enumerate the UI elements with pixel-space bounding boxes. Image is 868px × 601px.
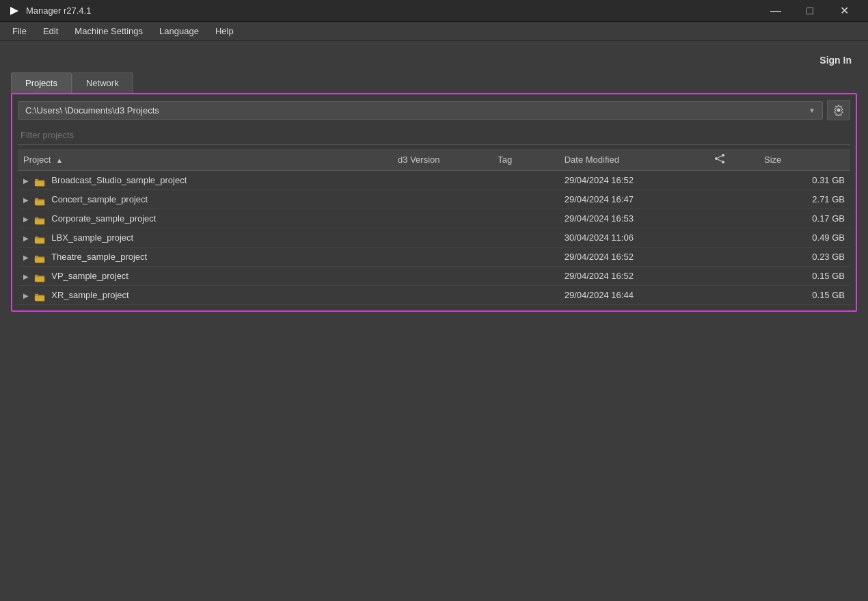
table-row[interactable]: ▶ VP_sample_project 29/04/2024 16:52 0.1… — [18, 267, 850, 286]
menu-language[interactable]: Language — [152, 23, 206, 39]
cell-size: 0.15 GB — [759, 286, 850, 305]
cell-share — [709, 286, 759, 305]
cell-date-modified: 29/04/2024 16:47 — [559, 190, 709, 209]
dropdown-arrow-icon: ▼ — [809, 107, 815, 114]
menu-help[interactable]: Help — [208, 23, 241, 39]
sign-in-button[interactable]: Sign In — [819, 55, 852, 66]
project-table: Project ▲ d3 Version Tag Date Modified S… — [18, 149, 850, 305]
table-row[interactable]: ▶ Theatre_sample_project 29/04/2024 16:5… — [18, 248, 850, 267]
cell-tag — [492, 267, 558, 286]
cell-d3version — [392, 267, 492, 286]
menu-file[interactable]: File — [5, 23, 33, 39]
tab-projects[interactable]: Projects — [11, 72, 72, 93]
cell-share — [709, 190, 759, 209]
title-bar-left: Manager r27.4.1 — [8, 5, 91, 17]
col-header-date-modified: Date Modified — [559, 149, 709, 171]
cell-tag — [492, 171, 558, 190]
cell-project-name: ▶ LBX_sample_project — [18, 228, 392, 248]
app-title: Manager r27.4.1 — [26, 5, 91, 16]
project-name: LBX_sample_project — [51, 232, 133, 243]
cell-d3version — [392, 286, 492, 305]
cell-d3version — [392, 228, 492, 248]
cell-size: 0.15 GB — [759, 267, 850, 286]
svg-point-1 — [837, 109, 841, 112]
project-table-body: ▶ Broadcast_Studio_sample_project 29/04/… — [18, 171, 850, 305]
cell-share — [709, 267, 759, 286]
project-name: Concert_sample_project — [51, 194, 148, 204]
maximize-button[interactable]: □ — [794, 0, 826, 22]
table-row[interactable]: ▶ Concert_sample_project 29/04/2024 16:4… — [18, 190, 850, 209]
project-name: VP_sample_project — [51, 271, 128, 281]
expand-icon[interactable]: ▶ — [23, 215, 29, 223]
table-row[interactable]: ▶ LBX_sample_project 30/04/2024 11:06 0.… — [18, 228, 850, 248]
col-header-size: Size — [759, 149, 850, 171]
expand-icon[interactable]: ▶ — [23, 235, 29, 242]
folder-icon — [34, 292, 45, 300]
expand-icon[interactable]: ▶ — [23, 273, 29, 280]
expand-icon[interactable]: ▶ — [23, 254, 29, 261]
sign-in-area: Sign In — [0, 41, 868, 72]
cell-size: 0.17 GB — [759, 209, 850, 228]
cell-tag — [492, 228, 558, 248]
folder-icon — [34, 177, 45, 185]
menu-machine-settings[interactable]: Machine Settings — [68, 23, 150, 39]
cell-share — [709, 248, 759, 267]
expand-icon[interactable]: ▶ — [23, 196, 29, 204]
title-bar-controls: — □ ✕ — [760, 0, 860, 22]
path-text: C:\Users\ \Documents\d3 Projects — [25, 105, 159, 116]
tab-network[interactable]: Network — [72, 72, 133, 93]
filter-input[interactable] — [18, 126, 850, 145]
col-header-project[interactable]: Project ▲ — [18, 149, 392, 171]
sort-arrow-icon: ▲ — [56, 157, 63, 164]
svg-point-2 — [722, 154, 724, 157]
table-row[interactable]: ▶ Corporate_sample_project 29/04/2024 16… — [18, 209, 850, 228]
col-header-d3version: d3 Version — [392, 149, 492, 171]
cell-d3version — [392, 209, 492, 228]
expand-icon[interactable]: ▶ — [23, 177, 29, 185]
settings-button[interactable] — [827, 100, 850, 120]
cell-project-name: ▶ Concert_sample_project — [18, 190, 392, 209]
cell-date-modified: 29/04/2024 16:53 — [559, 209, 709, 228]
project-name: Broadcast_Studio_sample_project — [51, 175, 187, 185]
table-row[interactable]: ▶ XR_sample_project 29/04/2024 16:44 0.1… — [18, 286, 850, 305]
cell-date-modified: 29/04/2024 16:52 — [559, 267, 709, 286]
cell-tag — [492, 209, 558, 228]
cell-size: 2.71 GB — [759, 190, 850, 209]
folder-icon — [34, 235, 45, 243]
project-name: Theatre_sample_project — [51, 252, 147, 262]
expand-icon[interactable]: ▶ — [23, 292, 29, 299]
path-dropdown[interactable]: C:\Users\ \Documents\d3 Projects ▼ — [18, 101, 823, 120]
cell-project-name: ▶ VP_sample_project — [18, 267, 392, 286]
cell-date-modified: 29/04/2024 16:52 — [559, 248, 709, 267]
svg-point-4 — [722, 161, 724, 163]
path-bar-container: C:\Users\ \Documents\d3 Projects ▼ — [18, 100, 850, 120]
main-panel: C:\Users\ \Documents\d3 Projects ▼ Proje… — [11, 93, 857, 312]
svg-line-6 — [718, 159, 722, 161]
cell-date-modified: 29/04/2024 16:52 — [559, 171, 709, 190]
cell-tag — [492, 248, 558, 267]
menu-edit[interactable]: Edit — [36, 23, 65, 39]
tabs-container: Projects Network — [0, 72, 868, 93]
title-bar: Manager r27.4.1 — □ ✕ — [0, 0, 868, 22]
cell-date-modified: 29/04/2024 16:44 — [559, 286, 709, 305]
minimize-button[interactable]: — — [760, 0, 791, 22]
folder-icon — [34, 215, 45, 224]
table-row[interactable]: ▶ Broadcast_Studio_sample_project 29/04/… — [18, 171, 850, 190]
col-header-share — [709, 149, 759, 171]
cell-share — [709, 171, 759, 190]
cell-size: 0.31 GB — [759, 171, 850, 190]
app-logo-icon — [8, 5, 21, 17]
svg-marker-0 — [10, 7, 18, 15]
cell-tag — [492, 190, 558, 209]
cell-size: 0.49 GB — [759, 228, 850, 248]
close-button[interactable]: ✕ — [828, 0, 860, 22]
share-icon — [714, 153, 725, 164]
svg-line-5 — [718, 156, 722, 158]
cell-share — [709, 228, 759, 248]
cell-size: 0.23 GB — [759, 248, 850, 267]
cell-d3version — [392, 171, 492, 190]
col-header-tag: Tag — [492, 149, 558, 171]
cell-d3version — [392, 190, 492, 209]
cell-project-name: ▶ XR_sample_project — [18, 286, 392, 305]
project-name: Corporate_sample_project — [51, 213, 156, 224]
